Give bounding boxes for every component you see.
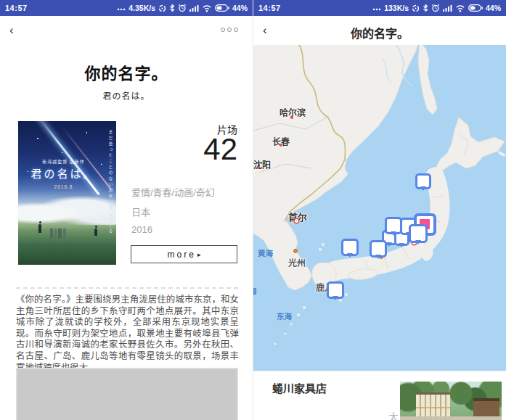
network-speed: 133K/s [384, 4, 409, 12]
poster-stars [18, 121, 116, 265]
wifi-icon [455, 4, 465, 12]
more-arrow-icon: ▸ [197, 251, 201, 258]
map-label-sea: 海 [253, 285, 257, 296]
map-label-sea: 黄海 [258, 247, 273, 258]
status-icons: 133K/s 44% [372, 4, 501, 12]
nav-bar: ‹ [0, 16, 253, 45]
bluetooth-icon [169, 4, 175, 12]
alarm-icon [178, 4, 187, 12]
poi-thumbnail [400, 382, 502, 420]
movie-description: 《你的名字。》主要围绕男主角泷居住的城市东京，和女主角三叶所居住的乡下糸守町两个… [16, 295, 239, 374]
status-bar: 14:57 133K/s 44% [253, 0, 506, 16]
status-bar: 14:57 4.35K/s 44% [0, 0, 253, 16]
poi-watermark: 太 [388, 409, 399, 420]
dual-screenshot: 14:57 4.35K/s 44% ‹ 你的名字。 君の名は。 [0, 0, 506, 420]
poster-tagline: まだ会ったことのない君を、探している [107, 130, 114, 234]
clock: 14:57 [5, 4, 28, 12]
overflow-menu-icon[interactable] [221, 28, 238, 32]
poster-title: 君の名は。 [18, 165, 109, 181]
map-screen: 14:57 133K/s 44% ‹ 你的名字。 [253, 0, 506, 420]
notification-dots-icon [117, 4, 126, 12]
poster-credit: 新海誠監督 最新作 [18, 158, 109, 165]
alarm-icon [431, 4, 440, 12]
placeholder-block [16, 368, 238, 420]
poster-skyline [50, 228, 72, 239]
poster-clouds [18, 196, 116, 225]
movie-country: 日本 [131, 205, 150, 218]
page-title: 你的名字。 [0, 60, 253, 83]
movie-detail-screen: 14:57 4.35K/s 44% ‹ 你的名字。 君の名は。 [0, 0, 253, 420]
signal-icon [189, 4, 199, 12]
status-icons: 4.35K/s 44% [117, 4, 248, 12]
more-button-label: more [168, 250, 196, 260]
thumbnail-building [416, 392, 449, 416]
map-poi-dot [279, 144, 282, 147]
back-chevron-icon[interactable]: ‹ [9, 22, 14, 38]
data-saver-icon [158, 4, 166, 12]
map-label-city: 沈阳 [253, 158, 271, 170]
battery-icon [215, 4, 229, 12]
map-marker[interactable] [327, 281, 344, 299]
dashed-divider [16, 287, 238, 289]
poster-date: 2016.8 [18, 184, 109, 189]
battery-percent: 44% [486, 4, 501, 12]
movie-genres: 爱情/青春/动画/奇幻 [131, 185, 215, 199]
poi-card[interactable]: 蜷川家具店 太 [253, 371, 506, 420]
movie-poster[interactable]: 新海誠監督 最新作 君の名は。 2016.8 まだ会ったことのない君を、探してい… [18, 121, 116, 265]
map-poi-dot [295, 219, 298, 223]
signal-icon [443, 4, 452, 12]
battery-percent: 44% [232, 4, 248, 12]
bluetooth-icon [423, 4, 428, 12]
wifi-icon [202, 4, 212, 12]
nav-title: 你的名字。 [253, 24, 506, 41]
map-label-sea: 东海 [277, 310, 292, 321]
clock: 14:57 [258, 4, 281, 12]
map-marker[interactable] [370, 240, 387, 258]
map-poi-dot [256, 166, 259, 169]
poi-title: 蜷川家具店 [272, 380, 327, 395]
map-marker[interactable] [415, 173, 431, 189]
map-overlay-layer: 哈尔滨长春沈阳首尔光州鹿儿岛黄海东海海 [253, 45, 506, 371]
nav-bar: ‹ 你的名字。 [253, 16, 506, 45]
map-marker[interactable] [409, 224, 428, 243]
movie-year: 2016 [131, 224, 152, 235]
data-saver-icon [412, 4, 420, 12]
thumbnail-road [400, 416, 502, 420]
network-speed: 4.35K/s [128, 4, 155, 12]
map-label-town: 光州 [288, 256, 306, 268]
map-poi-dot [293, 249, 298, 253]
page-subtitle: 君の名は。 [0, 89, 253, 102]
map-marker[interactable] [341, 239, 359, 256]
scene-count-value: 42 [131, 133, 237, 165]
battery-icon [468, 4, 483, 12]
map-poi-dot [290, 116, 293, 119]
notification-dots-icon [372, 4, 381, 12]
more-button[interactable]: more ▸ [131, 245, 237, 263]
poster-figure-boy [38, 224, 41, 233]
poster-figure-girl [94, 228, 97, 236]
map-canvas[interactable]: 哈尔滨长春沈阳首尔光州鹿儿岛黄海东海海 [253, 45, 506, 371]
